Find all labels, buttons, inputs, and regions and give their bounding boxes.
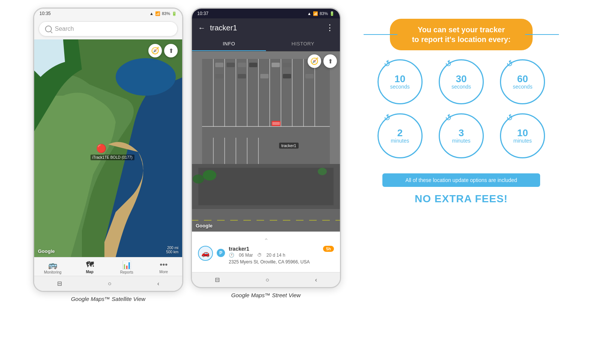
svg-rect-31 (272, 63, 280, 67)
tab-info[interactable]: INFO (192, 37, 266, 51)
circle-30sec: ↺ 30 seconds (439, 59, 484, 104)
circle-item-1: ↺ 30 seconds (436, 59, 486, 104)
clock-icon: 🕐 (229, 253, 234, 258)
map-icon: 🗺 (86, 260, 94, 269)
circle-arrow-5: ↺ (504, 112, 515, 124)
wifi-icon-p2: 📶 (313, 11, 318, 16)
tab-history[interactable]: HISTORY (266, 37, 340, 51)
svg-rect-34 (238, 74, 246, 78)
navigate-button-p2[interactable]: ⬆ (323, 54, 337, 68)
circle-unit-3: minutes (391, 138, 409, 144)
status-icons-phone2: ▲ 📶 83% 🔋 (307, 11, 335, 16)
tracker-address: 2325 Myers St, Oroville, CA 95966, USA (229, 259, 319, 265)
battery-icon-p2: 🔋 (329, 11, 335, 16)
circles-grid: ↺ 10 seconds ↺ 30 seconds ↺ 60 seconds ↺… (375, 59, 548, 158)
circle-number-2: 60 (517, 74, 528, 84)
phone1-wrapper: 10:35 ▲ 📶 83% 🔋 Search (33, 8, 183, 302)
android-back-btn[interactable]: ‹ (157, 280, 159, 287)
battery-phone1: 83% (162, 11, 170, 16)
android-home-btn[interactable]: ○ (108, 280, 112, 287)
wifi-icon: 📶 (155, 11, 160, 16)
monitoring-icon: 🚌 (48, 260, 57, 269)
circle-2min: ↺ 2 minutes (377, 113, 423, 158)
svg-point-24 (318, 168, 327, 175)
tracker-details: tracker1 🕐 06 Mar ⏱ 20 d 14 h 2325 Myers… (229, 246, 319, 265)
circle-item-4: ↺ 3 minutes (436, 113, 486, 158)
aerial-map[interactable]: 🧭 ⬆ tracker1 Google (192, 51, 340, 232)
svg-point-23 (203, 170, 216, 180)
svg-rect-39 (272, 122, 280, 125)
circle-item-3: ↺ 2 minutes (375, 113, 425, 158)
circle-arrow-3: ↺ (382, 112, 393, 124)
phone2-tracker: 10:37 ▲ 📶 83% 🔋 ← tracker1 ⋮ INFO HISTOR… (191, 8, 341, 288)
scale-miles: 200 mi (166, 246, 178, 250)
circle-3min: ↺ 3 minutes (439, 113, 484, 158)
signal-icon: ▲ (149, 11, 154, 16)
no-fees-banner: All of these location update options are… (382, 173, 540, 187)
android-recent-btn[interactable]: ⊟ (57, 280, 62, 287)
circle-number-1: 30 (456, 74, 467, 84)
tracker-tabs: INFO HISTORY (192, 37, 340, 51)
circle-unit-1: seconds (451, 84, 471, 90)
time-badge: 5h (323, 246, 334, 252)
satellite-background (34, 39, 182, 257)
svg-rect-32 (283, 63, 291, 67)
android-recent-btn-p2[interactable]: ⊟ (215, 276, 220, 283)
tracker-title: tracker1 (210, 24, 321, 32)
timer-icon: ⏱ (257, 253, 262, 258)
signal-icon-p2: ▲ (307, 11, 311, 16)
google-logo-satellite: Google (38, 248, 55, 254)
headline-row: You can set your tracker to report it's … (364, 19, 559, 50)
search-icon (45, 26, 52, 32)
circle-item-2: ↺ 60 seconds (498, 59, 548, 104)
nav-map[interactable]: 🗺 Map (79, 260, 101, 274)
circle-10min: ↺ 10 minutes (500, 113, 545, 158)
scale-km: 500 km (166, 250, 178, 254)
tracker-label-aerial: tracker1 (279, 143, 299, 149)
nav-more[interactable]: ••• More (153, 260, 175, 274)
android-back-btn-p2[interactable]: ‹ (315, 277, 317, 283)
nav-monitoring[interactable]: 🚌 Monitoring (41, 260, 64, 274)
compass-button-p2[interactable]: 🧭 (308, 54, 321, 68)
circle-arrow-0: ↺ (382, 58, 393, 70)
parking-svg (192, 51, 340, 232)
bottom-nav-phone1: 🚌 Monitoring 🗺 Map 📊 Reports ••• More (34, 257, 182, 276)
battery-phone2: 83% (320, 11, 328, 16)
circle-number-4: 3 (459, 128, 464, 138)
tracker-duration: 20 d 14 h (266, 253, 285, 258)
headline-text: You can set your tracker to report it's … (402, 25, 521, 44)
svg-point-1 (116, 58, 176, 96)
info-panel: You can set your tracker to report it's … (349, 8, 574, 216)
nav-map-label: Map (86, 270, 94, 274)
android-nav-phone2: ⊟ ○ ‹ (192, 272, 340, 287)
android-nav-phone1: ⊟ ○ ‹ (34, 276, 182, 291)
back-button[interactable]: ← (198, 24, 205, 32)
navigate-button[interactable]: ⬆ (164, 44, 178, 57)
compass-button[interactable]: 🧭 (148, 44, 162, 57)
satellite-map[interactable]: 🧭 ⬆ 🔴 iTrack1TE BOLD (0177) Google 200 m… (34, 39, 182, 257)
nav-reports[interactable]: 📊 Reports (115, 260, 138, 274)
p-badge: P (217, 249, 225, 257)
phone1-caption: Google Maps™ Satellite View (71, 296, 145, 302)
circle-number-5: 10 (517, 128, 528, 138)
android-home-btn-p2[interactable]: ○ (266, 277, 269, 283)
tracker-pin-satellite: 🔴 (96, 144, 106, 153)
circle-item-5: ↺ 10 minutes (498, 113, 548, 158)
circle-arrow-1: ↺ (443, 58, 454, 70)
svg-rect-37 (305, 74, 314, 78)
headline-box: You can set your tracker to report it's … (390, 19, 533, 50)
svg-rect-21 (198, 168, 334, 205)
nav-more-label: More (159, 270, 168, 274)
scale-bar-satellite: 200 mi 500 km (166, 246, 178, 254)
menu-button[interactable]: ⋮ (326, 23, 334, 33)
terrain-svg (34, 39, 182, 257)
status-bar-phone1: 10:35 ▲ 📶 83% 🔋 (34, 9, 182, 18)
svg-rect-28 (226, 63, 235, 67)
circle-arrow-2: ↺ (504, 58, 515, 70)
phone1-satellite: 10:35 ▲ 📶 83% 🔋 Search (33, 8, 183, 292)
tracker-header: ← tracker1 ⋮ (192, 18, 340, 37)
search-input[interactable]: Search (39, 21, 178, 36)
tracker-date: 06 Mar (239, 253, 253, 258)
nav-reports-label: Reports (120, 270, 133, 274)
time-phone2: 10:37 (197, 11, 208, 16)
